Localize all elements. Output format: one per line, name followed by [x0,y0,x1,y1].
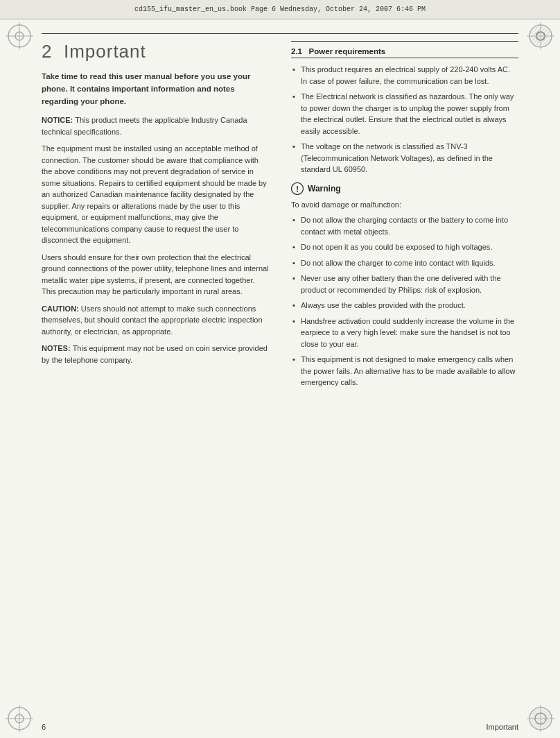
notice1-text: NOTICE: This product meets the applicabl… [42,114,269,137]
caution-label: CAUTION: [42,304,81,313]
notes-label: NOTES: [42,344,73,352]
power-bullet-3: The voltage on the network is classified… [291,141,518,175]
svg-text:!: ! [296,184,299,194]
corner-mark-tr [527,22,554,50]
two-columns: 2 Important Take time to read this user … [42,34,518,710]
section-heading: 2.1 Power requirements [291,47,518,58]
svg-point-8 [531,26,550,46]
warning-bullet-7: This equipment is not designed to make e… [291,354,518,388]
warning-icon: ! [291,182,304,195]
left-column: 2 Important Take time to read this user … [42,34,269,710]
section-label: Important [487,723,518,731]
power-requirements-list: This product requires an electrical supp… [291,64,518,175]
power-bullet-1: This product requires an electrical supp… [291,64,518,87]
corner-mark-bl [6,705,33,732]
right-column: 2.1 Power requirements This product requ… [291,34,518,710]
top-bar: cd155_ifu_master_en_us.book Page 6 Wedne… [0,0,560,19]
warning-bullet-5: Always use the cables provided with the … [291,300,518,311]
section-title: Power requirements [309,47,386,55]
warning-bullet-1: Do not allow the charging contacts or th… [291,214,518,237]
notice3-text: Users should ensure for their own protec… [42,252,269,298]
top-bar-text: cd155_ifu_master_en_us.book Page 6 Wedne… [134,6,426,13]
corner-mark-tl [6,22,33,50]
notes-content: This equipment may not be used on coin s… [42,344,268,364]
warning-label: Warning [308,184,341,194]
warning-title-row: ! Warning [291,182,518,195]
corner-mark-br [527,705,554,732]
warning-bullet-6: Handsfree activation could suddenly incr… [291,316,518,350]
right-divider [291,41,518,42]
page-content: 2 Important Take time to read this user … [42,19,518,710]
warning-block: ! Warning To avoid damage or malfunction… [291,182,518,388]
power-bullet-2: The Electrical network is classified as … [291,91,518,137]
warning-bullet-4: Never use any other battery than the one… [291,273,518,295]
page-number: 6 [42,723,46,731]
notice2-text: The equipment must be installed using an… [42,143,269,246]
notice1-label: NOTICE: [42,116,75,124]
section-number: 2.1 [291,47,302,55]
warning-bullet-3: Do not allow the charger to come into co… [291,257,518,269]
warning-intro: To avoid damage or malfunction: [291,199,518,211]
intro-text: Take time to read this user manual befor… [42,71,269,108]
svg-point-19 [531,709,550,728]
bottom-bar: 6 Important [42,723,518,731]
caution-text: CAUTION: Users should not attempt to mak… [42,303,269,338]
warning-bullets-list: Do not allow the charging contacts or th… [291,214,518,388]
warning-bullet-2: Do not open it as you could be exposed t… [291,241,518,253]
chapter-heading: 2 Important [42,41,269,62]
chapter-number: 2 [42,41,52,62]
chapter-title: Important [64,41,146,62]
notes-text: NOTES: This equipment may not be used on… [42,343,269,366]
